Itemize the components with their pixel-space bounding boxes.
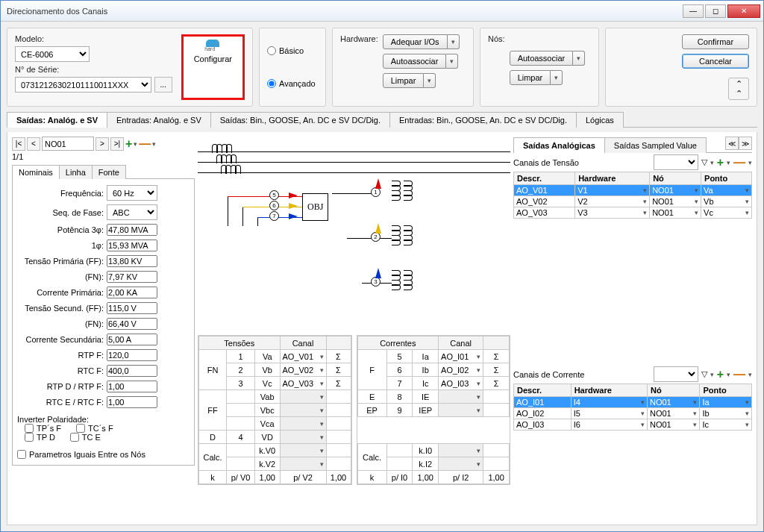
- param-iguais-check[interactable]: Parametros Iguais Entre os Nós: [17, 450, 190, 459]
- expand-button[interactable]: ⌃⌃: [728, 78, 749, 100]
- table-row: AO_V02V2▾NO01▾Vb▾: [514, 196, 752, 207]
- main-tabs: Saídas: Analóg. e SV Entradas: Analóg. e…: [7, 111, 757, 128]
- vt-filter-select[interactable]: [654, 154, 698, 170]
- basico-radio[interactable]: Básico: [267, 46, 318, 55]
- corrente-grid[interactable]: Descr.HardwareNóPonto AO_I01I4▾NO01▾Ia▾ …: [513, 384, 752, 431]
- tpd-check[interactable]: TP D: [25, 433, 55, 442]
- freq-select[interactable]: 60 Hz: [107, 185, 157, 201]
- vt-remove-button[interactable]: —: [733, 156, 745, 169]
- table-row: AO_I03I6▾NO01▾Ic▾: [514, 419, 752, 431]
- hw-auto-button[interactable]: Autoassociar: [383, 54, 447, 69]
- serie-browse-button[interactable]: ...: [154, 77, 172, 93]
- tpfn-field[interactable]: [107, 271, 157, 283]
- cp-field[interactable]: [107, 287, 157, 298]
- correntes-table: CorrentesCanal F5IaAO_I01▾Σ 6IbAO_I02▾Σ …: [357, 336, 510, 484]
- rtpd-field[interactable]: [107, 381, 157, 392]
- tensao-grid[interactable]: Descr.HardwareNóPonto AO_V01V1▾NO01▾Va▾ …: [513, 172, 752, 219]
- pot3-field[interactable]: [107, 224, 157, 236]
- seq-select[interactable]: ABC: [107, 204, 157, 220]
- nav-last[interactable]: >|: [110, 137, 124, 151]
- nos-auto-dropdown[interactable]: ▾: [573, 51, 585, 66]
- scroll-left[interactable]: ≪: [725, 137, 739, 150]
- rtpf-field[interactable]: [107, 349, 157, 361]
- confirmar-button[interactable]: Confirmar: [682, 34, 749, 49]
- hardware-label: Hardware:: [340, 34, 378, 43]
- filter-icon[interactable]: ▽: [701, 369, 707, 379]
- subtab-nominais[interactable]: Nominais: [12, 165, 60, 179]
- window-title: Direcionamento dos Canais: [4, 7, 683, 16]
- tce-check[interactable]: TC E: [70, 433, 101, 442]
- circuit-diagram: 5 6 7 OBJ 1 2 3: [198, 137, 510, 331]
- inverter-label: Inverter Polaridade:: [17, 415, 190, 424]
- tab-logicas[interactable]: Lógicas: [576, 112, 624, 128]
- table-row: AO_V01V1▾NO01▾Va▾: [514, 185, 752, 196]
- avancado-radio[interactable]: Avançado: [267, 79, 318, 88]
- pot1-field[interactable]: [107, 240, 157, 251]
- table-row: AO_I01I4▾NO01▾Ia▾: [514, 397, 752, 408]
- modelo-select[interactable]: CE-6006: [15, 46, 90, 62]
- adequar-dropdown[interactable]: ▾: [448, 34, 460, 49]
- node-field[interactable]: [42, 137, 94, 151]
- configurar-button[interactable]: Configurar: [181, 34, 245, 100]
- filter-icon[interactable]: ▽: [701, 157, 707, 167]
- subtab-linha[interactable]: Linha: [59, 165, 93, 179]
- tpff-field[interactable]: [107, 255, 157, 267]
- tab-saidas-bin[interactable]: Saídas: Bin., GOOSE, An. DC e SV DC/Dig.: [210, 112, 390, 128]
- add-node-button[interactable]: +: [125, 137, 132, 151]
- nav-prev[interactable]: <: [27, 137, 40, 151]
- rtce-field[interactable]: [107, 396, 157, 408]
- canais-tensao-label: Canais de Tensão: [513, 158, 579, 167]
- tpsf-check[interactable]: TP´s F: [25, 424, 61, 433]
- tab-saidas-analogicas[interactable]: Saídas Analógicas: [513, 137, 605, 153]
- tensoes-table: TensõesCanal FN1VaAO_V01▾Σ 2VbAO_V02▾Σ 3…: [198, 336, 351, 484]
- nav-next[interactable]: >: [96, 137, 109, 151]
- node-count: 1/1: [12, 152, 195, 161]
- nos-label: Nós:: [488, 34, 505, 43]
- serie-label: N° de Série:: [15, 65, 172, 74]
- hard-icon: [206, 40, 219, 47]
- vt-add-button[interactable]: +: [717, 156, 724, 169]
- adequar-button[interactable]: Adequar I/Os: [383, 34, 448, 49]
- scroll-right[interactable]: ≫: [739, 137, 752, 150]
- tcsf-check[interactable]: TC´s F: [76, 424, 113, 433]
- ct-remove-button[interactable]: —: [733, 368, 745, 381]
- hw-auto-dropdown[interactable]: ▾: [446, 54, 458, 69]
- subtab-fonte[interactable]: Fonte: [92, 165, 126, 179]
- ct-filter-select[interactable]: [654, 366, 698, 382]
- cancelar-button[interactable]: Cancelar: [682, 54, 749, 69]
- maximize-button[interactable]: ◻: [705, 4, 726, 18]
- nos-auto-button[interactable]: Autoassociar: [510, 51, 574, 66]
- minimize-button[interactable]: —: [683, 4, 704, 18]
- tsff-field[interactable]: [107, 302, 157, 314]
- remove-node-button[interactable]: —: [139, 137, 151, 151]
- ct-add-button[interactable]: +: [717, 368, 724, 381]
- tab-saidas-sv[interactable]: Saídas Sampled Value: [604, 137, 707, 153]
- hw-limpar-button[interactable]: Limpar: [383, 73, 425, 88]
- modelo-label: Modelo:: [15, 34, 172, 43]
- titlebar: Direcionamento dos Canais — ◻ ✕: [1, 1, 763, 22]
- tsfn-field[interactable]: [107, 318, 157, 330]
- tab-entradas-bin[interactable]: Entradas: Bin., GOOSE, An. DC e SV DC/Di…: [389, 112, 577, 128]
- obj-box: OBJ: [302, 193, 328, 221]
- table-row: AO_I02I5▾NO01▾Ib▾: [514, 408, 752, 419]
- hw-limpar-dropdown[interactable]: ▾: [424, 73, 436, 88]
- rtcf-field[interactable]: [107, 365, 157, 377]
- serie-select[interactable]: 07312126302101110011XXX: [15, 77, 151, 93]
- nos-limpar-button[interactable]: Limpar: [510, 70, 551, 85]
- cs-field[interactable]: [107, 334, 157, 345]
- nav-first[interactable]: |<: [12, 137, 25, 151]
- table-row: AO_V03V3▾NO01▾Vc▾: [514, 207, 752, 219]
- tab-entradas-analog[interactable]: Entradas: Analóg. e SV: [107, 112, 211, 128]
- close-button[interactable]: ✕: [727, 4, 760, 18]
- nos-limpar-dropdown[interactable]: ▾: [551, 70, 563, 85]
- tab-saidas-analog[interactable]: Saídas: Analóg. e SV: [7, 112, 107, 128]
- canais-corrente-label: Canais de Corrente: [513, 370, 584, 379]
